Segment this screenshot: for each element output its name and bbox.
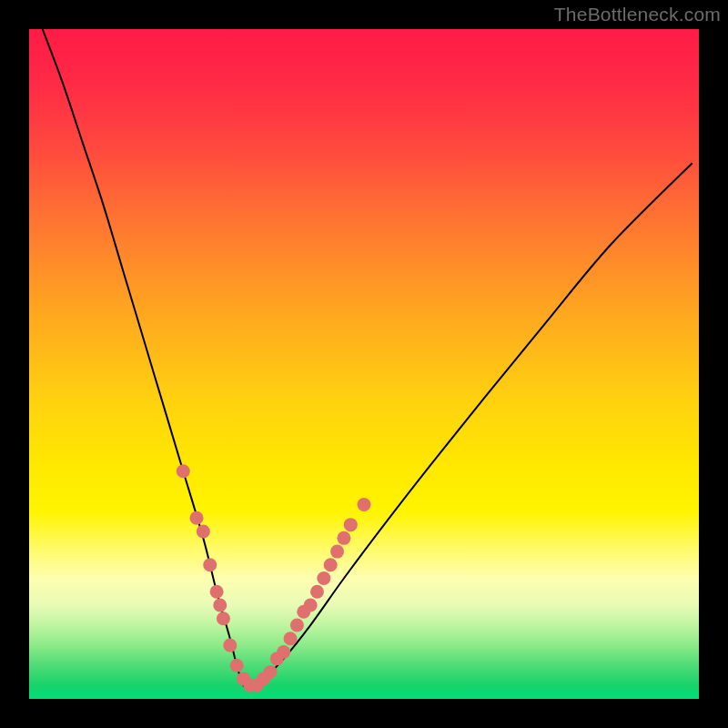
highlight-dot <box>310 585 324 599</box>
highlight-dot <box>290 619 304 632</box>
highlight-dot <box>213 598 227 612</box>
highlight-dot <box>197 525 210 539</box>
highlight-dot <box>324 558 338 571</box>
plot-area <box>29 29 699 699</box>
chart-frame: TheBottleneck.com <box>0 0 728 728</box>
highlight-dot <box>263 665 277 679</box>
highlight-dot <box>190 511 204 525</box>
highlight-dot <box>304 598 318 612</box>
highlight-dot <box>337 531 350 545</box>
highlight-dot <box>217 612 230 625</box>
highlight-dot <box>284 632 298 645</box>
bottleneck-curve <box>43 29 693 687</box>
highlight-dot <box>223 639 237 652</box>
highlight-dot <box>230 659 244 672</box>
highlight-dot <box>203 558 217 571</box>
highlight-dot <box>317 571 330 585</box>
highlight-dot <box>330 545 344 559</box>
curve-line <box>43 29 693 687</box>
highlight-dots <box>177 464 371 693</box>
highlight-dot <box>277 645 290 659</box>
watermark-text: TheBottleneck.com <box>554 4 721 25</box>
highlight-dot <box>210 585 224 599</box>
highlight-dot <box>358 498 371 511</box>
highlight-dot <box>344 518 358 531</box>
chart-svg <box>29 29 699 699</box>
highlight-dot <box>177 464 190 478</box>
